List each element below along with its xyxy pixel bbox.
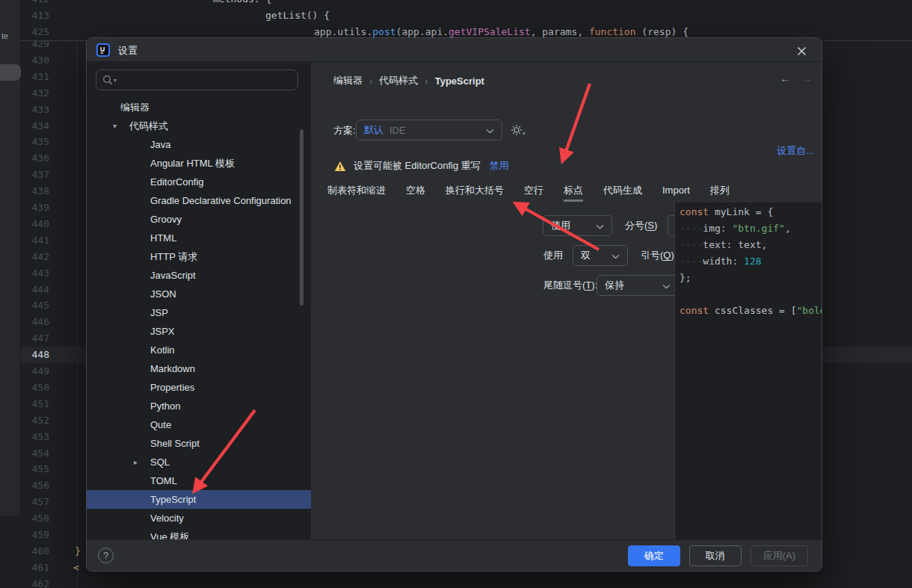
sidebar-item-code-style[interactable]: ▾代码样式 bbox=[87, 117, 311, 135]
sidebar-item-velocity[interactable]: Velocity bbox=[87, 509, 311, 527]
sidebar-item-label: Properties bbox=[150, 378, 194, 397]
tab-wrapping-braces[interactable]: 换行和大括号 bbox=[446, 182, 504, 202]
gutter-line-number: 437 bbox=[21, 167, 55, 183]
settings-dialog: 设置 ▾ 编辑器▾代码样式JavaAngular HTML 模板EditorCo… bbox=[86, 37, 822, 572]
settings-from-link[interactable]: 设置自... bbox=[777, 144, 814, 158]
combo-value: 使用 bbox=[551, 219, 570, 232]
gutter-line-number: 432 bbox=[21, 85, 55, 102]
tab-code-generation[interactable]: 代码生成 bbox=[603, 182, 642, 202]
ok-button[interactable]: 确定 bbox=[628, 545, 680, 566]
sidebar-item-http-request[interactable]: HTTP 请求 bbox=[87, 247, 311, 266]
help-button[interactable]: ? bbox=[98, 548, 114, 563]
gutter-line-number: 436 bbox=[21, 150, 55, 167]
forward-arrow-icon: → bbox=[801, 72, 813, 84]
disable-link[interactable]: 禁用 bbox=[490, 159, 509, 173]
sidebar-item-python[interactable]: Python bbox=[87, 397, 311, 415]
gutter-line-number: 449 bbox=[21, 363, 55, 380]
intellij-logo-icon bbox=[96, 43, 110, 57]
sidebar-item-kotlin[interactable]: Kotlin bbox=[87, 341, 311, 359]
sidebar-item-label: JSON bbox=[150, 285, 176, 303]
code-token: }; bbox=[680, 272, 691, 283]
sidebar-item-markdown[interactable]: Markdown bbox=[87, 359, 311, 378]
gutter-line-number: 459 bbox=[21, 527, 55, 543]
code-token: 128 bbox=[744, 256, 761, 267]
breadcrumb-item[interactable]: 编辑器 bbox=[333, 74, 363, 87]
indent-guide-line bbox=[77, 40, 78, 588]
preview-code-line: ····width: 128 bbox=[680, 253, 822, 270]
gutter-line-number: 425 bbox=[21, 24, 55, 40]
quote-type-combo[interactable]: 双 bbox=[573, 245, 628, 266]
code-preview-pane: const myLink = {····img: "btn.gif",····t… bbox=[674, 202, 822, 541]
gutter-line-number: 441 bbox=[21, 232, 55, 249]
scheme-select[interactable]: 默认 IDE bbox=[356, 120, 502, 140]
gutter-line-number: 439 bbox=[21, 199, 55, 216]
search-options-caret-icon: ▾ bbox=[114, 77, 117, 84]
gutter-line-number: 462 bbox=[21, 576, 55, 588]
gutter-line-number: 442 bbox=[21, 249, 55, 265]
trailing-comma-combo[interactable]: 保持 bbox=[597, 275, 679, 296]
code-token: (resp) bbox=[641, 26, 677, 37]
use-semicolons-combo[interactable]: 使用 bbox=[543, 215, 612, 236]
sidebar-item-label: Velocity bbox=[150, 509, 184, 527]
gutter-line-number: 438 bbox=[21, 183, 55, 199]
sidebar-item-editor[interactable]: 编辑器 bbox=[87, 98, 311, 117]
sidebar-item-javascript[interactable]: JavaScript bbox=[87, 266, 311, 285]
tab-spaces[interactable]: 空格 bbox=[406, 182, 425, 202]
code-token: post bbox=[372, 26, 395, 37]
code-text: } bbox=[75, 543, 81, 560]
tree-scrollbar[interactable] bbox=[300, 129, 304, 306]
tab-import[interactable]: Import bbox=[662, 182, 690, 202]
settings-search-input[interactable] bbox=[118, 75, 292, 86]
sidebar-item-properties[interactable]: Properties bbox=[87, 378, 311, 397]
sidebar-item-jspx[interactable]: JSPX bbox=[87, 322, 311, 341]
gutter-line-number: 447 bbox=[21, 330, 55, 347]
trailing-comma-label: 尾随逗号(T): bbox=[543, 275, 597, 296]
tab-tabs-indents[interactable]: 制表符和缩进 bbox=[327, 182, 386, 202]
sidebar-item-jsp[interactable]: JSP bbox=[87, 303, 311, 322]
code-token: text: text, bbox=[703, 239, 767, 250]
sidebar-item-label: Qute bbox=[150, 415, 171, 434]
chevron-right-icon[interactable]: ▸ bbox=[134, 453, 150, 471]
back-arrow-icon[interactable]: ← bbox=[780, 72, 791, 84]
settings-search-box[interactable]: ▾ bbox=[96, 69, 298, 90]
code-token: ···· bbox=[680, 239, 703, 250]
tool-window-button[interactable] bbox=[0, 64, 21, 81]
sidebar-item-typescript[interactable]: TypeScript bbox=[87, 490, 311, 509]
gutter-line-number: 435 bbox=[21, 134, 55, 150]
sidebar-item-gradle-declarative-configuration[interactable]: Gradle Declarative Configuration bbox=[87, 191, 311, 210]
gutter-line-number: 443 bbox=[21, 265, 55, 282]
chevron-down-icon[interactable]: ▾ bbox=[113, 117, 129, 135]
sidebar-item-toml[interactable]: TOML bbox=[87, 471, 311, 490]
warning-text: 设置可能被 EditorConfig 重写 bbox=[354, 159, 481, 173]
sidebar-item-groovy[interactable]: Groovy bbox=[87, 210, 311, 229]
code-token: (app.api. bbox=[396, 26, 449, 37]
scheme-actions-button[interactable]: ▾ bbox=[510, 123, 526, 137]
gutter-line-number: 413 bbox=[21, 7, 55, 24]
combo-value: 双 bbox=[581, 249, 591, 262]
settings-content: 编辑器 › 代码样式 › TypeScript ← → 方案: 默认 IDE bbox=[311, 62, 822, 541]
cancel-button[interactable]: 取消 bbox=[689, 545, 742, 566]
sidebar-item-label: JavaScript bbox=[150, 266, 196, 285]
sidebar-item-shell-script[interactable]: Shell Script bbox=[87, 434, 311, 453]
sidebar-item-label: 代码样式 bbox=[129, 117, 168, 135]
code-text: methods: { bbox=[213, 0, 271, 7]
tab-blank-lines[interactable]: 空行 bbox=[524, 182, 543, 202]
combo-value: 保持 bbox=[605, 279, 624, 292]
gutter-line-number: 450 bbox=[21, 380, 55, 396]
close-icon[interactable] bbox=[793, 43, 810, 59]
tab-punctuation[interactable]: 标点 bbox=[564, 182, 583, 202]
sidebar-item-html[interactable]: HTML bbox=[87, 229, 311, 247]
breadcrumb-item[interactable]: 代码样式 bbox=[379, 74, 418, 87]
code-token: myLink = { bbox=[715, 206, 773, 217]
sidebar-item-json[interactable]: JSON bbox=[87, 285, 311, 303]
sidebar-item-sql[interactable]: ▸SQL bbox=[87, 453, 311, 471]
sidebar-item-qute[interactable]: Qute bbox=[87, 415, 311, 434]
sidebar-item-editorconfig[interactable]: EditorConfig bbox=[87, 173, 311, 191]
sidebar-item-angular-html-template[interactable]: Angular HTML 模板 bbox=[87, 154, 311, 173]
sidebar-item-label: EditorConfig bbox=[150, 173, 204, 191]
code-token: methods: { bbox=[213, 0, 271, 4]
gear-caret-icon: ▾ bbox=[523, 131, 526, 137]
tab-arrangement[interactable]: 排列 bbox=[710, 182, 730, 202]
sidebar-item-java[interactable]: Java bbox=[87, 135, 311, 154]
gutter-line-number: 430 bbox=[21, 52, 55, 69]
